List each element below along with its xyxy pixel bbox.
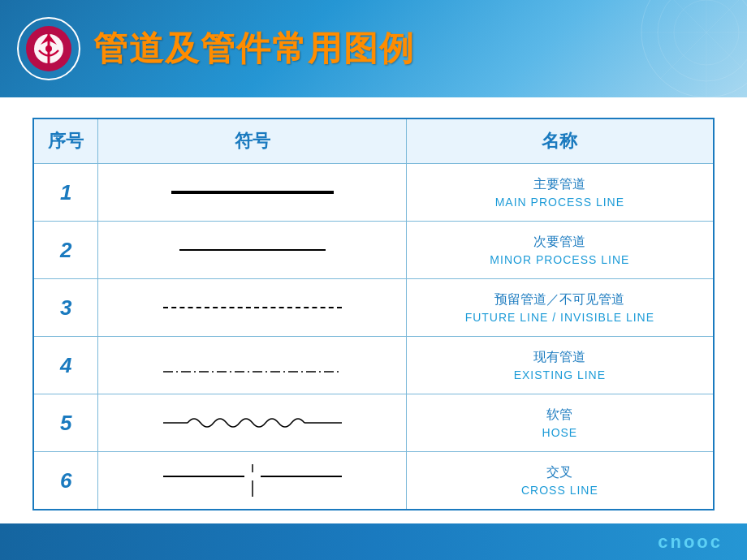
symbol-table: 序号 符号 名称 1 主要管道 MAIN PROCESS LI: [32, 118, 715, 510]
symbol-display: [106, 230, 397, 270]
name-cell: 预留管道／不可见管道 FUTURE LINE / INVISIBLE LINE: [406, 279, 714, 337]
col-header-name: 名称: [406, 118, 714, 164]
existing-line-symbol: [163, 364, 342, 366]
table-row: 5: [33, 394, 714, 452]
name-cell: 主要管道 MAIN PROCESS LINE: [406, 164, 714, 222]
table-row: 1 主要管道 MAIN PROCESS LINE: [33, 164, 714, 222]
svg-line-6: [660, 0, 747, 79]
seq-number: 5: [60, 411, 71, 435]
col-header-symbol: 符号: [98, 118, 406, 164]
symbol-display: [106, 345, 397, 386]
svg-point-1: [658, 0, 747, 81]
svg-point-10: [45, 45, 52, 52]
main-content: 序号 符号 名称 1 主要管道 MAIN PROCESS LI: [0, 97, 747, 527]
symbol-display: [106, 287, 397, 328]
cnooc-logo-icon: [16, 16, 81, 81]
header: 管道及管件常用图例: [0, 0, 747, 97]
page-title: 管道及管件常用图例: [93, 26, 415, 71]
symbol-display: [106, 460, 397, 501]
slide: 管道及管件常用图例 序号 符号 名称 1: [0, 0, 747, 560]
seq-number: 4: [60, 353, 71, 377]
cross-line-symbol: [163, 460, 342, 501]
table-row: 3 预留管道／不可见管道 FUTURE LINE / INVISIBLE LIN…: [33, 279, 714, 337]
symbol-display: [106, 403, 397, 443]
table-row: 2 次要管道 MINOR PROCESS LINE: [33, 222, 714, 279]
name-cell: 次要管道 MINOR PROCESS LINE: [406, 222, 714, 279]
seq-number: 2: [60, 238, 71, 262]
main-line-symbol: [171, 191, 334, 194]
symbol-display: [106, 172, 397, 213]
future-line-symbol: [163, 307, 342, 308]
footer-brand: cnooc: [658, 532, 723, 553]
footer: cnooc: [0, 523, 747, 560]
seq-number: 3: [60, 295, 71, 320]
name-cell: 交叉 CROSS LINE: [406, 452, 714, 510]
hose-line-symbol: [163, 411, 342, 435]
svg-line-5: [660, 0, 747, 79]
name-cell: 现有管道 EXISTING LINE: [406, 337, 714, 394]
col-header-seq: 序号: [33, 118, 98, 164]
header-decoration: [503, 0, 747, 97]
table-row: 4 现有管道 EXISTING: [33, 337, 714, 394]
seq-number: 1: [60, 180, 71, 205]
svg-point-0: [641, 0, 747, 97]
name-cell: 软管 HOSE: [406, 394, 714, 452]
minor-line-symbol: [179, 249, 326, 251]
seq-number: 6: [60, 468, 71, 493]
table-row: 6: [33, 452, 714, 510]
